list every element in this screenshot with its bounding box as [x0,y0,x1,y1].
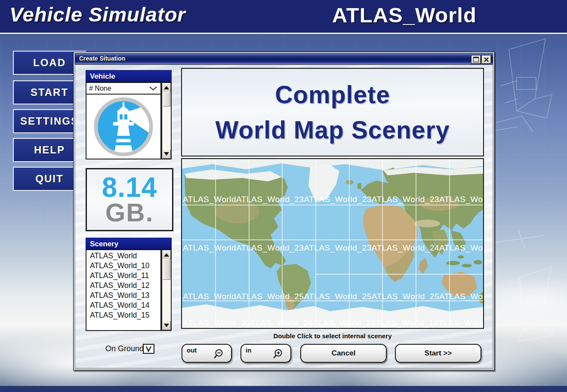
zoom-in-label: in [246,346,251,354]
double-click-hint: Double Click to select internal scenery [181,332,484,340]
dialog-body: Vehicle # None [75,64,493,368]
scenery-header-label: Scenery [90,240,118,248]
zoom-out-button[interactable]: out [182,344,232,363]
scenery-scrollbar[interactable] [161,249,172,331]
vehicle-dropdown-value: # None [86,85,111,92]
arrow-up-icon [164,86,169,89]
world-map[interactable]: ATLAS_WorldATLAS_World_23ATLAS_World_23A… [181,158,484,329]
check-icon [145,346,152,352]
scrollbar-thumb[interactable] [163,259,170,280]
desktop: Vehicle Simulator ATLAS_World LOAD START… [0,0,567,392]
menu-label: HELP [34,144,65,156]
scrollbar-thumb[interactable] [163,92,170,107]
scroll-up-button[interactable] [162,83,171,92]
vehicle-scrollbar[interactable] [161,82,172,159]
create-situation-dialog: Create Situation Vehicle # None [73,52,495,371]
lighthouse-logo [86,95,160,159]
vehicle-header-label: Vehicle [90,72,115,80]
zoom-in-button[interactable]: in [240,344,291,363]
app-title: Vehicle Simulator [9,3,186,26]
magnifier-minus-icon [213,349,224,360]
size-unit: GB. [105,200,154,225]
size-value: 8.14 [102,175,157,201]
on-ground-label: On Ground [105,344,144,353]
scenery-list-item[interactable]: ATLAS_World_12 [86,281,160,291]
cancel-label: Cancel [332,349,356,358]
vehicle-panel-header: Vehicle [86,70,172,82]
top-banner: Vehicle Simulator ATLAS_World [0,0,567,34]
scenery-size-panel: 8.14 GB. [86,168,173,231]
scroll-up-button[interactable] [162,250,171,260]
on-ground-checkbox[interactable] [143,344,154,354]
maximize-icon [473,57,479,62]
dialog-titlebar[interactable]: Create Situation [75,53,493,64]
scenery-list-item[interactable]: ATLAS_World_13 [86,291,160,300]
heading-line-1: Complete [275,80,390,109]
preview-heading-panel: Complete World Map Scenery [181,68,484,156]
scenery-list-item[interactable]: ATLAS_World_15 [86,310,160,320]
bottom-strip [0,386,567,392]
close-button[interactable] [481,55,491,64]
arrow-down-icon [164,152,169,156]
scroll-down-button[interactable] [162,321,171,330]
cancel-button[interactable]: Cancel [300,344,387,363]
menu-label: QUIT [35,173,63,185]
arrow-up-icon [164,253,169,257]
scenery-list-item[interactable]: ATLAS_World_11 [86,271,160,281]
blueprint-jet-outline [492,34,567,370]
scenery-panel-header: Scenery [86,238,172,249]
scenery-list-item[interactable]: ATLAS_World_14 [86,300,160,310]
heading-line-2: World Map Scenery [216,116,450,144]
world-map-graphic [182,159,483,328]
world-title: ATLAS_World [301,3,508,27]
menu-label: LOAD [33,57,66,69]
chevron-down-icon [149,86,157,91]
arrow-down-icon [164,324,169,327]
magnifier-plus-icon [272,349,284,360]
close-icon [484,57,489,62]
dialog-title: Create Situation [79,55,125,62]
menu-label: START [31,86,68,98]
vehicle-dropdown[interactable]: # None [86,83,160,95]
menu-label: SETTINGS [20,115,79,127]
start-label: Start >> [425,349,452,358]
zoom-out-label: out [187,346,197,354]
start-button[interactable]: Start >> [395,344,481,363]
vehicle-panel: # None [86,82,161,159]
maximize-button[interactable] [471,55,481,64]
scenery-list-item[interactable]: ATLAS_World_10 [86,261,160,271]
scroll-down-button[interactable] [162,149,171,159]
scenery-list: ATLAS_World ATLAS_World_10 ATLAS_World_1… [86,249,161,331]
scenery-list-item[interactable]: ATLAS_World [86,251,160,261]
